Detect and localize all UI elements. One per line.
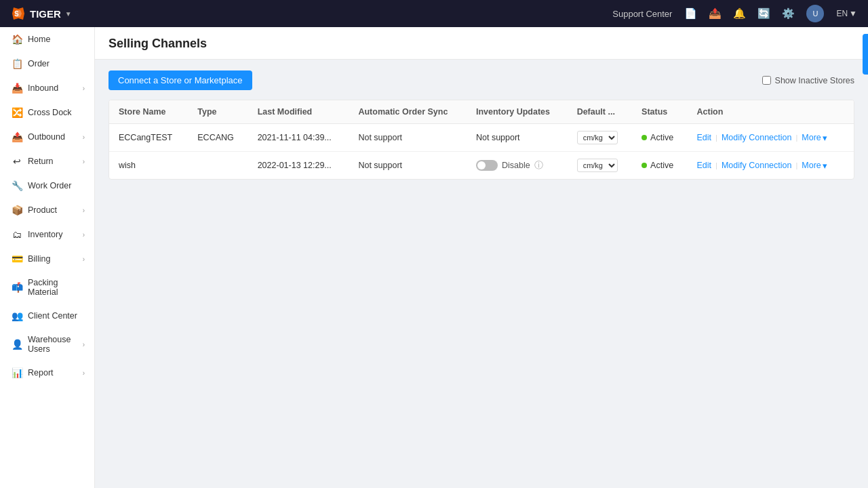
col-header-type: Type	[188, 100, 248, 124]
more-chevron-icon-1: ▾	[823, 161, 827, 171]
unit-select-1[interactable]: cm/kg	[577, 159, 618, 172]
sidebar-item-product[interactable]: 📦 Product ›	[0, 198, 94, 222]
chevron-inventory-icon: ›	[83, 231, 85, 239]
sidebar-item-return[interactable]: ↩ Return ›	[0, 149, 94, 174]
inventory-toggle-1[interactable]	[476, 160, 498, 171]
user-avatar[interactable]: U	[806, 5, 824, 22]
more-dropdown-1[interactable]: More ▾	[797, 161, 831, 171]
default-unit-cell-0: cm/kg	[568, 124, 632, 152]
support-center-link[interactable]: Support Center	[612, 9, 672, 19]
more-dropdown-0[interactable]: More ▾	[797, 133, 831, 143]
document-icon[interactable]: 📄	[684, 7, 696, 20]
sidebar-item-inventory[interactable]: 🗂 Inventory ›	[0, 222, 94, 247]
brand-chevron-icon: ▼	[65, 10, 72, 18]
col-header-default: Default ...	[568, 100, 632, 124]
action-links-1: Edit | Modify Connection | More ▾	[697, 161, 845, 171]
sidebar-item-packing-material[interactable]: 📫 Packing Material	[0, 271, 94, 304]
billing-icon: 💳	[12, 253, 22, 264]
brand-name: TIGER	[30, 8, 61, 20]
auto-sync-cell-0: Not support	[349, 124, 467, 152]
store-name-cell-1: wish	[109, 152, 188, 180]
sidebar-item-cross-dock[interactable]: 🔀 Cross Dock	[0, 100, 94, 125]
sidebar-label-billing: Billing	[28, 254, 77, 264]
selling-channels-table: Store NameTypeLast ModifiedAutomatic Ord…	[108, 100, 854, 180]
last-modified-cell-0: 2021-11-11 04:39...	[248, 124, 349, 152]
status-dot-1	[642, 163, 647, 168]
sidebar: 🏠 Home 📋 Order 📥 Inbound › 🔀 Cross Dock …	[0, 27, 95, 488]
sidebar-item-billing[interactable]: 💳 Billing ›	[0, 247, 94, 271]
lang-chevron-icon: ▼	[849, 9, 857, 18]
topnav-right: Support Center 📄 📤 🔔 🔄 ⚙️ U EN ▼	[612, 5, 857, 22]
show-inactive-text: Show Inactive Stores	[775, 76, 854, 85]
edit-link-1[interactable]: Edit	[697, 161, 716, 170]
sidebar-item-home[interactable]: 🏠 Home	[0, 27, 94, 52]
col-header-inventory-updates: Inventory Updates	[467, 100, 568, 124]
bell-icon[interactable]: 🔔	[733, 7, 745, 20]
store-name-cell-0: ECCangTEST	[109, 124, 188, 152]
topnav: S TIGER ▼ Support Center 📄 📤 🔔 🔄 ⚙️ U EN…	[0, 0, 868, 27]
report-icon: 📊	[12, 367, 22, 378]
toolbar: Connect a Store or Marketplace Show Inac…	[108, 70, 854, 90]
default-unit-cell-1: cm/kg	[568, 152, 632, 180]
connect-store-button[interactable]: Connect a Store or Marketplace	[108, 70, 252, 90]
right-panel-indicator	[863, 34, 868, 75]
modify-connection-link-0[interactable]: Modify Connection	[717, 133, 796, 142]
col-header-auto-order-sync: Automatic Order Sync	[349, 100, 467, 124]
page-header: Selling Channels	[95, 27, 868, 60]
gear-icon[interactable]: ⚙️	[782, 7, 794, 20]
inbound-icon: 📥	[12, 83, 22, 94]
sidebar-label-inventory: Inventory	[28, 230, 77, 239]
brand-logo[interactable]: S TIGER ▼	[11, 6, 72, 21]
last-modified-cell-1: 2022-01-13 12:29...	[248, 152, 349, 180]
sidebar-item-order[interactable]: 📋 Order	[0, 52, 94, 76]
more-chevron-icon-0: ▾	[823, 133, 827, 143]
sidebar-item-client-center[interactable]: 👥 Client Center	[0, 304, 94, 328]
action-links-0: Edit | Modify Connection | More ▾	[697, 133, 845, 143]
col-header-status: Status	[632, 100, 687, 124]
content-area: Connect a Store or Marketplace Show Inac…	[95, 60, 868, 488]
info-icon-1[interactable]: ⓘ	[534, 159, 543, 171]
chevron-report-icon: ›	[83, 369, 85, 377]
chevron-product-icon: ›	[83, 207, 85, 214]
chevron-return-icon: ›	[83, 158, 85, 165]
chevron-inbound-icon: ›	[83, 85, 85, 92]
modify-connection-link-1[interactable]: Modify Connection	[717, 161, 796, 170]
inventory-updates-cell-1: Disable ⓘ	[467, 152, 568, 180]
unit-select-0[interactable]: cm/kg	[577, 131, 618, 144]
edit-link-0[interactable]: Edit	[697, 133, 716, 142]
status-dot-0	[642, 135, 647, 140]
svg-text:S: S	[14, 10, 19, 18]
type-cell-0: ECCANG	[188, 124, 248, 152]
page-title: Selling Channels	[108, 37, 854, 59]
type-cell-1	[188, 152, 248, 180]
outbound-icon: 📤	[12, 131, 22, 142]
home-icon: 🏠	[12, 34, 22, 45]
refresh-icon[interactable]: 🔄	[757, 7, 770, 20]
sidebar-label-packing-material: Packing Material	[28, 278, 85, 297]
return-icon: ↩	[12, 156, 22, 167]
work-order-icon: 🔧	[12, 180, 22, 191]
col-header-store-name: Store Name	[109, 100, 188, 124]
sidebar-item-inbound[interactable]: 📥 Inbound ›	[0, 76, 94, 100]
col-header-action: Action	[688, 100, 854, 124]
app-body: 🏠 Home 📋 Order 📥 Inbound › 🔀 Cross Dock …	[0, 27, 868, 488]
inventory-toggle-wrap-1: Disable ⓘ	[476, 159, 558, 171]
sidebar-item-work-order[interactable]: 🔧 Work Order	[0, 174, 94, 198]
sidebar-item-outbound[interactable]: 📤 Outbound ›	[0, 125, 94, 149]
upload-icon[interactable]: 📤	[709, 7, 721, 20]
toggle-label-1: Disable	[502, 161, 530, 170]
table-row: wish2022-01-13 12:29...Not support Disab…	[109, 152, 854, 180]
status-badge-0: Active	[642, 133, 673, 142]
sidebar-item-warehouse-users[interactable]: 👤 Warehouse Users ›	[0, 328, 94, 361]
show-inactive-checkbox[interactable]	[762, 76, 771, 85]
status-cell-0: Active	[632, 124, 687, 152]
header-row: Store NameTypeLast ModifiedAutomatic Ord…	[109, 100, 854, 124]
show-inactive-label[interactable]: Show Inactive Stores	[762, 76, 854, 85]
sidebar-label-product: Product	[28, 205, 77, 215]
sidebar-label-cross-dock: Cross Dock	[28, 108, 85, 117]
table-row: ECCangTESTECCANG2021-11-11 04:39...Not s…	[109, 124, 854, 152]
sidebar-item-report[interactable]: 📊 Report ›	[0, 361, 94, 385]
sidebar-label-inbound: Inbound	[28, 83, 77, 93]
lang-label: EN	[836, 9, 848, 18]
language-selector[interactable]: EN ▼	[836, 9, 857, 18]
